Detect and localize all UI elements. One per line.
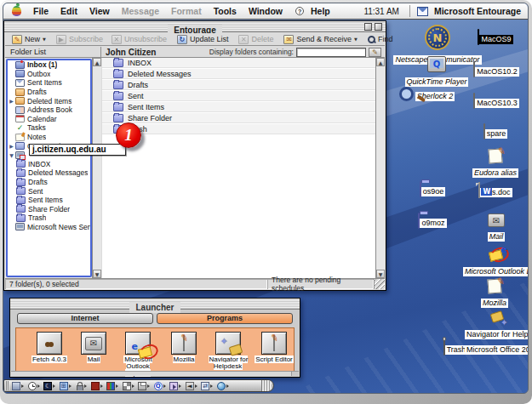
- update-list-button[interactable]: ↻ Update List: [173, 34, 233, 45]
- clock-module[interactable]: [26, 380, 43, 391]
- menu-file[interactable]: File: [27, 3, 54, 20]
- control-strip[interactable]: ☾ ⊞ Q ◄ ⇄: [3, 379, 274, 392]
- desktop-icon-macos9[interactable]: MacOS9: [472, 30, 519, 45]
- scroll-down-arrow-icon[interactable]: ▼: [93, 270, 101, 278]
- sidebar-item-drafts[interactable]: Drafts: [8, 88, 90, 97]
- sidebar-item-outbox[interactable]: Outbox: [8, 70, 90, 79]
- sidebar-item-inbox[interactable]: Inbox (1): [8, 60, 90, 70]
- launcher-button[interactable]: ✎: [171, 332, 197, 355]
- printer-selector-module[interactable]: [89, 380, 106, 391]
- desktop-icon-mozilla[interactable]: ✎ Mozilla: [470, 279, 519, 309]
- send-receive-button[interactable]: ✉ Send & Receive ▼: [279, 34, 361, 45]
- sound-volume-module[interactable]: ◄: [184, 380, 200, 391]
- launcher-title-bar[interactable]: Launcher: [10, 299, 300, 310]
- color-depth-module[interactable]: [105, 380, 121, 391]
- launcher-button[interactable]: e: [125, 332, 151, 355]
- folder-row-drafts[interactable]: Drafts: [102, 80, 375, 91]
- sidebar-item-account-trash[interactable]: Trash: [8, 213, 90, 223]
- launcher-button[interactable]: ✎: [261, 332, 287, 355]
- menu-view[interactable]: View: [83, 3, 116, 20]
- zoom-box-icon[interactable]: [364, 23, 372, 31]
- launcher-button[interactable]: ✉: [81, 332, 106, 355]
- launcher-item-script-editor[interactable]: ✎ Script Editor: [249, 332, 299, 363]
- sidebar-item-deleted-items[interactable]: ▶ Deleted Items: [8, 96, 90, 105]
- folder-row-share-folder[interactable]: Share Folder: [102, 113, 375, 124]
- entourage-title-bar[interactable]: Entourage: [4, 21, 386, 32]
- resize-grip-icon[interactable]: [374, 279, 385, 289]
- monitor-resolution-module[interactable]: [10, 380, 26, 391]
- apple-talk-module[interactable]: ⇄: [199, 380, 215, 391]
- desktop-icon-mail[interactable]: ✉ Mail: [474, 213, 518, 242]
- scroll-up-arrow-icon[interactable]: ▲: [376, 58, 385, 66]
- menu-edit[interactable]: Edit: [54, 3, 83, 20]
- desktop-icon-quicktime[interactable]: Q QuickTime Player: [398, 56, 475, 88]
- new-button[interactable]: ✎ New ▼: [8, 34, 50, 45]
- header-edit-button[interactable]: ✎: [369, 48, 381, 57]
- sidebar-item-sent-items[interactable]: Sent Items: [8, 78, 90, 88]
- desktop-pattern-module[interactable]: [121, 380, 137, 391]
- desktop-icon-ms-office[interactable]: Microsoft Office 200: [465, 340, 529, 356]
- sidebar-item-news-server[interactable]: Microsoft News Server: [8, 223, 90, 232]
- folder-row-sent-items[interactable]: Sent Items: [102, 102, 375, 113]
- launcher-item-fetch[interactable]: Fetch 4.0.3: [25, 332, 74, 363]
- folders-list-scrollbar[interactable]: ▲ ▼: [375, 58, 385, 278]
- desktop-icon-o9moz[interactable]: o9moz: [410, 213, 455, 229]
- disclosure-triangle-icon[interactable]: ▶: [8, 98, 15, 104]
- printer-module[interactable]: [136, 380, 152, 391]
- launcher-button[interactable]: [37, 332, 62, 355]
- tab-programs[interactable]: Programs: [157, 313, 293, 324]
- energy-saver-module[interactable]: ☾: [42, 380, 58, 391]
- apple-menu-icon[interactable]: [12, 6, 21, 16]
- sidebar-item-tasks[interactable]: ✓ Tasks: [8, 123, 90, 133]
- menu-help[interactable]: Help: [305, 3, 336, 20]
- menu-window[interactable]: Window: [243, 3, 289, 20]
- keychain-module[interactable]: [73, 380, 89, 391]
- desktop-icon-os9oe[interactable]: os9oe: [410, 182, 455, 197]
- quicktime-module[interactable]: Q: [152, 380, 169, 391]
- menu-tools[interactable]: Tools: [208, 3, 243, 20]
- sidebar-item-account-sent[interactable]: Sent: [8, 186, 90, 196]
- launcher-item-navigator-helpdesk[interactable]: ✦ Navigator for Helpdesk: [203, 332, 253, 370]
- sidebar-item-calendar[interactable]: Calendar: [8, 115, 90, 124]
- sidebar-item-account-sent-items[interactable]: Sent Items: [8, 196, 90, 205]
- sidebar-item-address-book[interactable]: Address Book: [8, 105, 90, 115]
- desktop-icon-incs-doc[interactable]: W incs.doc: [473, 183, 518, 198]
- folder-row-trash[interactable]: Trash: [102, 124, 375, 135]
- scroll-down-arrow-icon[interactable]: ▼: [376, 270, 385, 278]
- menu-clock[interactable]: 11:31 AM: [357, 7, 406, 16]
- desktop-icon-spare[interactable]: spare: [473, 124, 518, 139]
- control-strip-tab-icon[interactable]: [261, 380, 272, 391]
- folder-row-inbox[interactable]: INBOX: [102, 58, 375, 69]
- folder-row-deleted-messages[interactable]: Deleted Messages: [102, 69, 375, 80]
- disclosure-triangle-icon[interactable]: ▼: [8, 152, 15, 158]
- sidebar-item-account-deleted-messages[interactable]: Deleted Messages: [8, 168, 90, 178]
- folder-row-sent[interactable]: Sent: [102, 91, 375, 102]
- web-browser-module[interactable]: [215, 380, 232, 391]
- account-name-edit-field[interactable]: j.citizen.uq.edu.au: [29, 144, 126, 156]
- scroll-up-arrow-icon[interactable]: ▲: [93, 58, 101, 66]
- file-sharing-module[interactable]: ⊞: [58, 380, 74, 391]
- application-menu[interactable]: Microsoft Entourage: [432, 3, 523, 20]
- collapse-box-icon[interactable]: [375, 23, 382, 31]
- tab-internet[interactable]: Internet: [17, 313, 153, 324]
- sidebar-item-account-inbox[interactable]: INBOX: [8, 160, 90, 169]
- desktop-icon-sherlock[interactable]: Sherlock 2: [403, 87, 466, 102]
- desktop-icon-macos103[interactable]: MacOS10.3: [470, 94, 523, 109]
- find-button[interactable]: Find: [363, 34, 398, 45]
- launcher-item-mail[interactable]: ✉ Mail: [69, 332, 118, 363]
- desktop-icon-macos102[interactable]: MacOS10.2: [470, 62, 523, 77]
- folder-list-scrollbar[interactable]: ▲ ▼: [92, 58, 101, 278]
- sidebar-item-notes[interactable]: Notes: [8, 133, 90, 142]
- launcher-button[interactable]: ✦: [215, 332, 241, 355]
- help-balloon-icon[interactable]: ?: [295, 7, 304, 15]
- media-playback-module[interactable]: [168, 380, 184, 391]
- desktop-icon-navigator-helpdesk[interactable]: ✦ Navigator for Helpdesk: [465, 310, 529, 340]
- disclosure-triangle-icon[interactable]: ▶: [8, 143, 15, 149]
- sidebar-item-account-share-folder[interactable]: Share Folder: [8, 205, 90, 214]
- control-strip-handle-icon[interactable]: [5, 381, 9, 390]
- desktop-icon-eudora[interactable]: ✎ Eudora alias: [468, 149, 523, 179]
- filter-input[interactable]: [296, 48, 366, 57]
- launcher-item-mozilla[interactable]: ✎ Mozilla: [159, 332, 209, 363]
- desktop-icon-outlook-express[interactable]: e Microsoft Outlook Express: [463, 247, 529, 277]
- sidebar-item-account-drafts[interactable]: Drafts: [8, 178, 90, 187]
